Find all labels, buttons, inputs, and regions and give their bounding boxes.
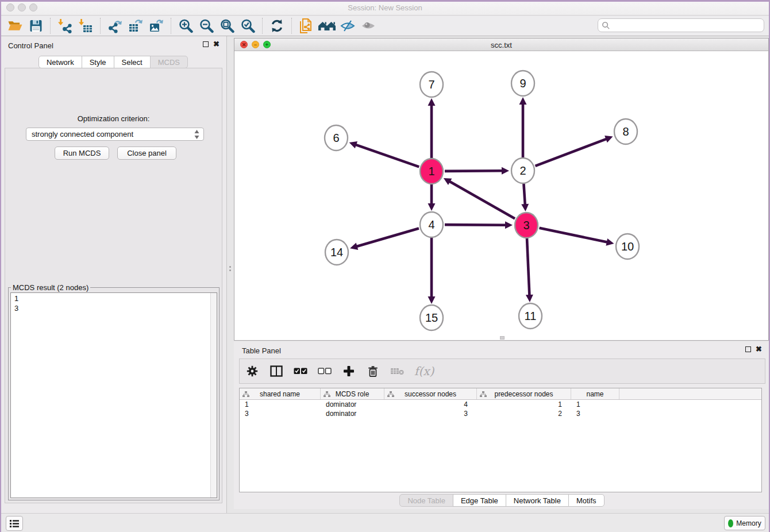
network-from-selection-button[interactable] xyxy=(296,17,317,34)
export-network-button[interactable] xyxy=(105,17,125,34)
table-settings-button[interactable] xyxy=(245,363,259,379)
float-table-panel-icon[interactable] xyxy=(745,346,751,352)
memory-button[interactable]: Memory xyxy=(724,516,765,530)
table-panel: Table Panel ✖ xyxy=(234,342,770,509)
task-history-button[interactable] xyxy=(6,516,23,531)
tab-style[interactable]: Style xyxy=(82,56,114,68)
tab-edge-table[interactable]: Edge Table xyxy=(453,494,506,507)
arrowhead-1-7 xyxy=(428,98,436,106)
session-title: Session: New Session xyxy=(0,3,770,12)
list-icon xyxy=(9,519,20,528)
network-resize-grip[interactable] xyxy=(500,336,505,340)
table-row[interactable]: 3dominator323 xyxy=(240,409,761,418)
hide-selected-button[interactable] xyxy=(337,17,358,34)
edge-2-8[interactable] xyxy=(536,139,607,166)
two-houses-icon xyxy=(318,19,336,33)
zoom-fit-button[interactable] xyxy=(217,17,237,34)
node-7[interactable]: 7 xyxy=(420,72,443,97)
tab-select[interactable]: Select xyxy=(114,56,151,68)
node-14[interactable]: 14 xyxy=(325,240,348,265)
run-mcds-button[interactable]: Run MCDS xyxy=(55,147,109,160)
node-9[interactable]: 9 xyxy=(511,71,534,96)
node-1[interactable]: 1 xyxy=(420,159,443,184)
import-network-button[interactable] xyxy=(55,17,75,34)
node-6[interactable]: 6 xyxy=(325,125,348,151)
edge-4-14[interactable] xyxy=(357,228,419,246)
select-all-button[interactable] xyxy=(294,363,307,379)
network-canvas[interactable]: 7968124314101511 xyxy=(234,51,768,341)
delete-table-button xyxy=(390,363,404,379)
edge-1-6[interactable] xyxy=(356,145,419,167)
table-cell[interactable]: 2 xyxy=(477,409,571,418)
panel-splitter[interactable] xyxy=(229,264,232,273)
zoom-in-button[interactable] xyxy=(175,17,196,34)
tab-network-table[interactable]: Network Table xyxy=(506,494,569,507)
table-cell[interactable]: 1 xyxy=(571,400,619,409)
edge-3-11[interactable] xyxy=(527,238,529,295)
edge-4-3[interactable] xyxy=(445,225,506,225)
tab-network[interactable]: Network xyxy=(38,56,82,68)
search-input[interactable] xyxy=(610,21,764,30)
table-cell[interactable]: 4 xyxy=(384,400,477,409)
export-table-button[interactable] xyxy=(125,17,146,34)
tab-mcds[interactable]: MCDS xyxy=(150,56,188,68)
column-header-successor-nodes[interactable]: successor nodes xyxy=(384,388,477,399)
edge-1-2[interactable] xyxy=(445,171,502,171)
table-header-row: shared nameMCDS rolesuccessor nodesprede… xyxy=(240,388,761,400)
mcds-result-title: MCDS result (2 nodes) xyxy=(11,283,90,292)
node-11[interactable]: 11 xyxy=(519,303,542,329)
table-row[interactable]: 1dominator411 xyxy=(240,400,761,409)
export-image-button[interactable] xyxy=(146,17,167,34)
node-4[interactable]: 4 xyxy=(420,212,443,237)
import-table-icon xyxy=(78,18,94,33)
result-scrollbar[interactable] xyxy=(210,293,217,498)
zoom-out-button[interactable] xyxy=(196,17,217,34)
tab-motifs[interactable]: Motifs xyxy=(568,494,605,507)
apply-layout-button[interactable] xyxy=(267,17,287,34)
edge-3-10[interactable] xyxy=(540,228,607,242)
save-session-button[interactable] xyxy=(25,17,46,34)
node-table: shared nameMCDS rolesuccessor nodesprede… xyxy=(239,388,762,492)
node-2[interactable]: 2 xyxy=(511,158,534,183)
mcds-result-line: 1 xyxy=(14,294,206,303)
table-cell[interactable]: 3 xyxy=(240,409,321,418)
zoom-selected-button[interactable] xyxy=(237,17,258,34)
close-panel-icon[interactable]: ✖ xyxy=(213,41,220,47)
table-cell[interactable]: 3 xyxy=(571,409,619,418)
node-15[interactable]: 15 xyxy=(420,305,443,330)
table-cell[interactable]: 3 xyxy=(384,409,477,418)
run-mcds-label: Run MCDS xyxy=(63,149,101,157)
tab-node-table[interactable]: Node Table xyxy=(399,494,453,507)
first-neighbors-button[interactable] xyxy=(317,17,337,34)
edge-2-3[interactable] xyxy=(523,184,525,205)
search-field[interactable] xyxy=(598,18,764,32)
node-10[interactable]: 10 xyxy=(616,234,639,259)
column-header-name[interactable]: name xyxy=(571,388,619,399)
close-panel-button[interactable]: Close panel xyxy=(117,147,176,160)
column-header-shared-name[interactable]: shared name xyxy=(240,388,321,399)
table-cell[interactable]: dominator xyxy=(321,409,384,418)
arrowhead-3-10 xyxy=(606,238,614,246)
node-3[interactable]: 3 xyxy=(515,213,538,238)
column-header-MCDS-role[interactable]: MCDS role xyxy=(321,388,384,399)
edge-3-1[interactable] xyxy=(449,182,515,219)
criterion-dropdown[interactable]: strongly connected component xyxy=(26,128,204,141)
table-cell[interactable]: 1 xyxy=(477,400,571,409)
zoom-selected-icon xyxy=(240,18,256,33)
table-cell[interactable]: dominator xyxy=(321,400,384,409)
zoom-fit-icon xyxy=(220,18,235,33)
show-all-button[interactable] xyxy=(358,17,379,34)
mcds-result-box: 13 xyxy=(10,292,217,498)
split-view-button[interactable] xyxy=(270,363,283,379)
node-8[interactable]: 8 xyxy=(614,119,637,144)
deselect-all-button[interactable] xyxy=(318,363,332,379)
column-label: successor nodes xyxy=(405,390,456,398)
open-session-button[interactable] xyxy=(5,17,25,34)
column-header-predecessor-nodes[interactable]: predecessor nodes xyxy=(477,388,571,399)
add-column-button[interactable] xyxy=(342,363,356,379)
close-table-panel-icon[interactable]: ✖ xyxy=(756,346,762,352)
float-panel-icon[interactable] xyxy=(203,41,209,47)
delete-column-button[interactable] xyxy=(366,363,380,379)
import-table-button[interactable] xyxy=(75,17,96,34)
table-cell[interactable]: 1 xyxy=(240,400,321,409)
